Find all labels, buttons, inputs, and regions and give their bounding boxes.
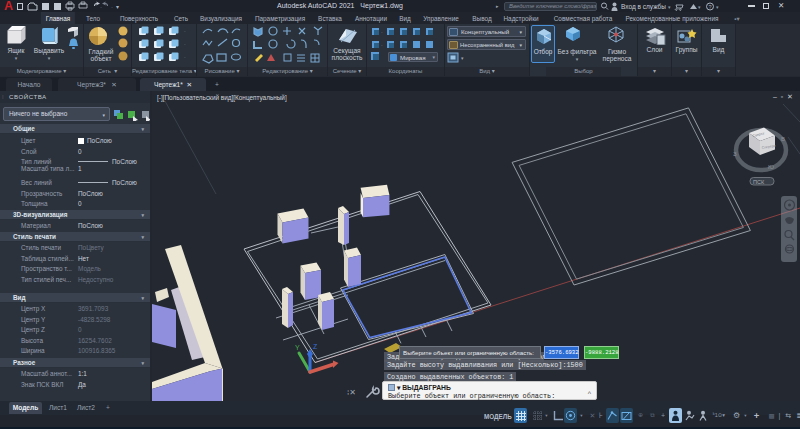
svg-text:?: ?	[708, 4, 711, 10]
svg-text:Ю: Ю	[768, 164, 774, 170]
svg-text:Y: Y	[295, 344, 300, 351]
svg-text:·: ·	[184, 28, 186, 34]
svg-text:ПСК: ПСК	[753, 179, 765, 185]
svg-text:Вход в службы: Вход в службы	[621, 3, 666, 11]
svg-text:З: З	[733, 151, 737, 157]
svg-text:·: ·	[381, 42, 383, 48]
svg-text:▾: ▾	[116, 4, 119, 10]
svg-text:·: ·	[381, 29, 383, 35]
svg-text:▾: ▾	[668, 4, 671, 10]
svg-text:·: ·	[184, 54, 186, 60]
svg-text:▾: ▾	[698, 4, 701, 10]
svg-text:▾: ▾	[716, 4, 719, 10]
svg-text:·: ·	[100, 4, 102, 10]
svg-text:·: ·	[184, 41, 186, 47]
svg-text:Z: Z	[313, 343, 318, 350]
svg-text:·: ·	[111, 4, 113, 10]
svg-text:В: В	[781, 136, 785, 142]
